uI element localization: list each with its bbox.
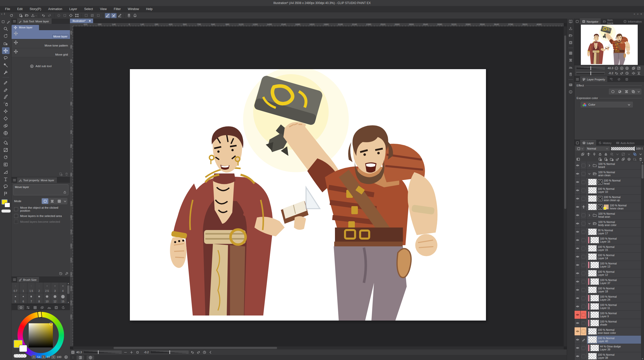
layer-check-cell[interactable] [581, 327, 587, 335]
layer-thumbnail[interactable] [590, 262, 599, 268]
mode-move-tone-button[interactable] [49, 198, 55, 204]
layer-thumbnail[interactable] [588, 287, 597, 293]
nav-reset-rotation-icon[interactable] [625, 71, 629, 75]
tool-property-panel-tab[interactable]: Tool property: Move layer [17, 177, 57, 183]
layer-list-view-icon[interactable] [576, 157, 581, 161]
menu-help[interactable]: Help [142, 6, 156, 12]
brush-size-cell[interactable]: 2 [35, 283, 43, 293]
lock-icon[interactable] [63, 190, 67, 194]
saturation-value-square[interactable] [29, 323, 53, 347]
move-layer-tool[interactable] [2, 47, 10, 54]
expression-color-dropdown[interactable]: Color [581, 102, 633, 108]
tool-property-checkbox[interactable]: Move the object at the clicked position [14, 206, 67, 212]
layer-visibility-cell[interactable] [575, 286, 581, 294]
scroll-thumb[interactable] [641, 164, 643, 178]
layer-thumbnail[interactable] [588, 187, 597, 194]
brush-size-cell[interactable]: 15 [59, 293, 67, 303]
panel-menu-icon[interactable] [575, 140, 580, 146]
save-file-icon[interactable] [30, 13, 35, 18]
layer-check-cell[interactable] [581, 261, 587, 269]
layer-row[interactable]: 100 % NormalLayer 11 [575, 302, 641, 311]
brush-size-cell[interactable]: 7 [27, 293, 35, 303]
chevron-down-icon[interactable] [638, 152, 643, 156]
nav-zoom-in-icon[interactable] [620, 66, 624, 70]
selection-border-icon[interactable] [96, 13, 101, 18]
menu-layer[interactable]: Layer [66, 6, 81, 12]
pin-icon[interactable] [592, 152, 597, 156]
brush-size-cell[interactable]: 6 [19, 293, 27, 303]
rotate-slider[interactable] [150, 351, 188, 354]
material-manga-panel-icon[interactable] [569, 51, 573, 55]
scroll-thumb[interactable] [67, 285, 69, 294]
caret-down-icon[interactable] [588, 172, 591, 176]
layer-thumbnail[interactable] [590, 303, 599, 310]
layer-row[interactable]: 100 % NormalLayer 15 [575, 244, 641, 253]
layer-check-cell[interactable] [581, 228, 587, 236]
brush-size-cell[interactable]: 1.5 [27, 283, 35, 293]
layer-check-cell[interactable] [581, 278, 587, 286]
draft-layer-icon[interactable] [586, 152, 591, 156]
layer-thumbnail[interactable] [590, 320, 599, 326]
tab-auto-action[interactable]: Auto Action [614, 140, 637, 146]
slider-thumb[interactable] [590, 66, 591, 70]
figure-tool[interactable] [2, 154, 10, 161]
brush-size-cell[interactable]: 12 [51, 293, 59, 303]
layer-visibility-cell[interactable] [575, 302, 581, 310]
scale-rotate-icon[interactable] [74, 13, 80, 18]
scroll-up-icon[interactable]: ▲ [641, 161, 643, 164]
delete-sub-tool-icon[interactable] [65, 172, 68, 176]
snap-to-grid-icon[interactable] [117, 13, 123, 18]
layer-thumbnail[interactable] [588, 204, 597, 210]
layer-checkbox[interactable] [582, 330, 585, 333]
reset-settings-icon[interactable] [59, 272, 63, 276]
layer-checkbox[interactable] [582, 213, 585, 217]
move-canvas-tool[interactable] [2, 33, 10, 39]
canvas-horizontal-scrollbar[interactable] [73, 346, 564, 349]
panel-menu-icon[interactable] [12, 19, 17, 24]
navigator-preview[interactable] [581, 25, 638, 65]
sv-picker-circle[interactable] [49, 322, 53, 326]
selection-tool[interactable] [2, 55, 10, 61]
slider-thumb[interactable] [634, 147, 635, 151]
color-mixing-tab[interactable] [39, 305, 45, 310]
layer-row[interactable]: 100 % Normalbody aran color [575, 219, 641, 228]
layer-checkbox[interactable] [582, 354, 585, 358]
material-download-panel-icon[interactable] [569, 27, 573, 30]
pen-tool[interactable] [2, 79, 10, 85]
create-layer-mask-icon[interactable] [626, 157, 631, 161]
navigator-zoom-slider[interactable] [576, 67, 605, 70]
scroll-thumb[interactable] [564, 35, 566, 209]
layer-checkbox[interactable] [582, 172, 585, 176]
layer-row[interactable]: 100 % Normalhead aran [575, 211, 641, 219]
document-tab[interactable]: Illustration* [70, 19, 93, 23]
layer-visibility-cell[interactable] [575, 244, 581, 252]
panel-menu-icon[interactable] [12, 177, 17, 183]
set-as-selection-source-icon[interactable] [609, 152, 614, 156]
layer-visibility-cell[interactable] [575, 203, 581, 211]
enable-mask-icon[interactable] [621, 152, 626, 156]
layer-row[interactable]: 100 % Normalaran clean up [575, 195, 641, 203]
tab-history[interactable]: History [596, 140, 614, 146]
sub-tool-panel-tab[interactable]: Sub Tool: Move layer [17, 19, 52, 24]
layer-thumbnail[interactable] [588, 328, 597, 335]
nav-flip-horizontal-icon[interactable] [631, 71, 636, 75]
layer-thumbnail[interactable] [590, 345, 599, 351]
layer-row[interactable]: 100 % NormalLayer 40 [575, 336, 641, 344]
chevron-down-icon[interactable] [615, 152, 620, 156]
brush-size-cell[interactable]: 4 [59, 283, 67, 293]
companion-mode-icon[interactable] [126, 13, 132, 18]
layer-checkbox[interactable] [582, 305, 585, 308]
menu-animation[interactable]: Animation [45, 6, 66, 12]
layer-check-cell[interactable] [581, 178, 587, 186]
zoom-in-button[interactable] [129, 350, 134, 354]
liquify-tool[interactable] [2, 130, 10, 137]
layer-thumbnail[interactable] [588, 195, 597, 202]
layer-row[interactable]: 100 % NormalLayer 37 [575, 278, 641, 286]
brush-size-cell[interactable]: 0.7 [12, 283, 19, 293]
layer-row[interactable]: 100 % NormalLayer 10 [575, 186, 641, 195]
slider-mode-icon[interactable] [64, 355, 68, 359]
navigator-rotate-slider[interactable] [576, 72, 605, 75]
layer-search-tab[interactable] [607, 76, 615, 82]
layer-visibility-cell[interactable] [575, 195, 581, 203]
layer-check-cell[interactable] [581, 294, 587, 302]
